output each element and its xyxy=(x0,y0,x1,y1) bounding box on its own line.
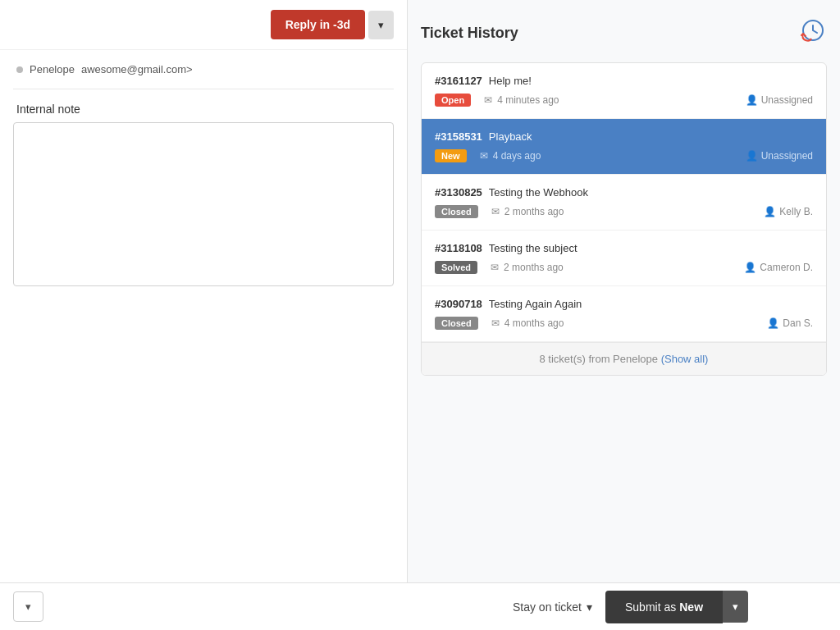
ticket-item-bottom: Open ✉ 4 minutes ago 👤 Unassigned xyxy=(435,94,813,107)
ticket-item[interactable]: #3090718 Testing Again Again Closed ✉ 4 … xyxy=(422,286,826,342)
ticket-time: 4 days ago xyxy=(493,150,541,162)
assignee-name: Unassigned xyxy=(761,94,813,106)
person-icon: 👤 xyxy=(746,150,758,162)
ticket-item[interactable]: #3118108 Testing the subject Solved ✉ 2 … xyxy=(422,231,826,286)
assignee-name: Cameron D. xyxy=(760,262,813,273)
assignee-name: Unassigned xyxy=(761,150,813,162)
show-all-link[interactable]: (Show all) xyxy=(661,353,709,365)
submit-prefix: Submit as xyxy=(625,600,676,614)
person-icon: 👤 xyxy=(764,206,776,217)
assignee-name: Kelly B. xyxy=(779,206,813,217)
ticket-subject: Help me! xyxy=(489,75,532,87)
ticket-assignee: 👤 Unassigned xyxy=(746,94,813,106)
ticket-id: #3158531 xyxy=(435,130,482,143)
ticket-history-header: Ticket History xyxy=(421,16,827,49)
status-badge: Open xyxy=(435,94,471,107)
ticket-time: 2 months ago xyxy=(504,262,564,273)
status-badge: Solved xyxy=(435,261,477,274)
status-badge: Closed xyxy=(435,317,478,330)
bottom-left: ▾ xyxy=(0,591,408,622)
ticket-time: 4 minutes ago xyxy=(497,94,559,106)
tickets-list: #3161127 Help me! Open ✉ 4 minutes ago 👤… xyxy=(421,62,827,376)
ticket-meta: ✉ 2 months ago xyxy=(491,262,564,273)
email-icon: ✉ xyxy=(484,94,492,106)
ticket-meta: ✉ 4 days ago xyxy=(480,150,541,162)
note-textarea[interactable] xyxy=(13,122,394,286)
submit-dropdown-button[interactable]: ▾ xyxy=(723,591,748,623)
person-icon: 👤 xyxy=(744,262,756,273)
ticket-subject: Testing Again Again xyxy=(489,298,582,310)
ticket-item-bottom: Closed ✉ 4 months ago 👤 Dan S. xyxy=(435,317,813,330)
email-icon: ✉ xyxy=(491,206,500,217)
show-all-row: 8 ticket(s) from Penelope (Show all) xyxy=(422,342,826,375)
ticket-assignee: 👤 Dan S. xyxy=(767,317,813,329)
bottom-right: Stay on ticket ▾ Submit as New ▾ xyxy=(408,591,840,623)
ticket-item-top: #3158531 Playback xyxy=(435,130,813,143)
ticket-id: #3090718 xyxy=(435,298,482,310)
ticket-item-bottom: Closed ✉ 2 months ago 👤 Kelly B. xyxy=(435,205,813,218)
bottom-dropdown-arrow-icon: ▾ xyxy=(25,600,31,613)
ticket-item-top: #3130825 Testing the Webhook xyxy=(435,186,813,199)
person-icon: 👤 xyxy=(746,94,758,106)
bottom-bar: ▾ Stay on ticket ▾ Submit as New ▾ xyxy=(0,582,840,630)
ticket-meta: ✉ 4 months ago xyxy=(491,317,564,329)
ticket-subject: Playback xyxy=(489,130,532,143)
ticket-time: 2 months ago xyxy=(504,206,564,217)
ticket-item-top: #3090718 Testing Again Again xyxy=(435,298,813,310)
sender-status-dot xyxy=(16,66,23,73)
person-icon: 👤 xyxy=(767,317,779,329)
ticket-item-bottom: New ✉ 4 days ago 👤 Unassigned xyxy=(435,149,813,162)
ticket-item-top: #3161127 Help me! xyxy=(435,75,813,87)
ticket-meta: ✉ 4 minutes ago xyxy=(484,94,559,106)
stay-dropdown-icon: ▾ xyxy=(587,600,592,614)
ticket-id: #3130825 xyxy=(435,186,482,199)
ticket-item-bottom: Solved ✉ 2 months ago 👤 Cameron D. xyxy=(435,261,813,274)
sender-info: Penelope awesome@gmail.com> xyxy=(0,50,407,89)
show-all-text: 8 ticket(s) from Penelope xyxy=(540,353,661,365)
ticket-id: #3161127 xyxy=(435,75,482,87)
ticket-id: #3118108 xyxy=(435,242,482,254)
assignee-name: Dan S. xyxy=(783,317,813,329)
ticket-item[interactable]: #3158531 Playback New ✉ 4 days ago 👤 Una… xyxy=(422,119,826,175)
internal-note-label: Internal note xyxy=(0,89,407,122)
history-icon xyxy=(794,16,827,49)
stay-on-ticket-label: Stay on ticket xyxy=(513,600,582,614)
ticket-item[interactable]: #3161127 Help me! Open ✉ 4 minutes ago 👤… xyxy=(422,63,826,119)
ticket-subject: Testing the Webhook xyxy=(489,186,588,199)
ticket-assignee: 👤 Cameron D. xyxy=(744,262,813,273)
ticket-time: 4 months ago xyxy=(504,317,564,329)
sender-email: awesome@gmail.com> xyxy=(81,63,193,75)
ticket-subject: Testing the subject xyxy=(489,242,578,254)
ticket-item[interactable]: #3130825 Testing the Webhook Closed ✉ 2 … xyxy=(422,175,826,231)
email-icon: ✉ xyxy=(480,150,488,162)
ticket-assignee: 👤 Unassigned xyxy=(746,150,813,162)
reply-toolbar: Reply in -3d ▾ xyxy=(0,0,407,50)
submit-as-new-button[interactable]: Submit as New xyxy=(605,591,723,623)
right-panel: Ticket History #3161127 Help me! Open ✉ … xyxy=(408,0,840,582)
ticket-assignee: 👤 Kelly B. xyxy=(764,206,813,217)
ticket-history-title: Ticket History xyxy=(421,25,518,42)
sender-name: Penelope xyxy=(30,63,75,75)
ticket-item-top: #3118108 Testing the subject xyxy=(435,242,813,254)
email-icon: ✉ xyxy=(491,317,500,329)
stay-on-ticket-button[interactable]: Stay on ticket ▾ xyxy=(500,592,605,622)
status-badge: Closed xyxy=(435,205,478,218)
bottom-left-dropdown[interactable]: ▾ xyxy=(13,591,43,622)
left-panel: Reply in -3d ▾ Penelope awesome@gmail.co… xyxy=(0,0,408,630)
status-badge: New xyxy=(435,149,467,162)
reply-dropdown-button[interactable]: ▾ xyxy=(368,11,394,39)
reply-button[interactable]: Reply in -3d xyxy=(271,10,365,39)
email-icon: ✉ xyxy=(491,262,499,273)
ticket-meta: ✉ 2 months ago xyxy=(491,206,564,217)
submit-bold: New xyxy=(679,600,703,614)
